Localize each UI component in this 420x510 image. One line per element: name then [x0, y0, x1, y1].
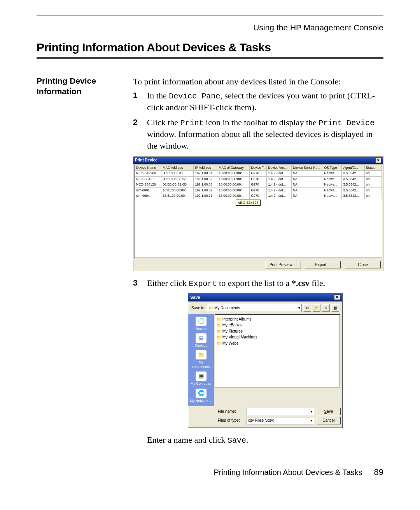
cell: G270: [250, 193, 267, 199]
cell: NEO-S64126: [135, 182, 161, 188]
text: to export the list to a: [217, 278, 292, 288]
list-item[interactable]: Interprint Albums: [217, 316, 338, 322]
cell: 3.5.3542...: [342, 182, 365, 188]
col-os[interactable]: OS Type: [323, 165, 342, 170]
col-device-ver[interactable]: Device Ver...: [267, 165, 292, 170]
up-icon[interactable]: 📂: [313, 304, 320, 312]
place-icon: 🌐: [196, 389, 206, 398]
save-in-select[interactable]: 📁 My Documents ▾: [207, 304, 302, 312]
views-icon[interactable]: ▦: [331, 304, 339, 312]
cell: NA: [291, 188, 323, 193]
cell: on: [364, 188, 382, 193]
place-icon: 💻: [196, 372, 206, 381]
file-type-select[interactable]: csv Files(*.csv)▾: [247, 417, 314, 424]
cell: 18:00:00:00:00:...: [217, 176, 250, 182]
text: icon in the toolbar to display the: [204, 117, 319, 127]
cell: NA: [291, 193, 323, 199]
export-button[interactable]: Export ...: [305, 261, 341, 269]
table-row[interactable]: sim-000118:81:00:00:00:...192.1.00.0918:…: [135, 188, 382, 193]
cell: G270: [250, 176, 267, 182]
list-item[interactable]: My Pictures: [217, 328, 338, 335]
cell: 18:00:00:00:00:...: [217, 188, 250, 193]
cell: NA: [291, 176, 323, 182]
places-item[interactable]: 💻My Computer: [190, 371, 212, 387]
cell: 18:00:00:00:00:...: [217, 193, 250, 199]
cell: 1.4.2 - dot...: [267, 171, 292, 176]
cell: 18:00:00:00:00:...: [217, 171, 250, 176]
places-item[interactable]: 🕘Recent: [190, 316, 212, 333]
cell: 00:E0:C5:S9:0D:...: [161, 182, 194, 188]
places-item[interactable]: 🌐My Network ...: [190, 388, 212, 405]
step-3: 3 Either click Export to export the list…: [133, 277, 383, 289]
cell: 1.4.2 - dot...: [267, 182, 292, 188]
cell: 192.1.00.02: [194, 176, 217, 182]
breadcrumb: Using the HP Management Console: [37, 23, 383, 32]
close-icon[interactable]: ✕: [375, 158, 382, 163]
cell: Neowa...: [323, 193, 342, 199]
col-status[interactable]: Status: [364, 165, 382, 170]
closing-text: Enter a name and click: [147, 435, 228, 445]
cell: Neowa...: [323, 182, 342, 188]
cell: G270: [250, 171, 267, 176]
close-icon[interactable]: ✕: [334, 294, 340, 300]
table-row[interactable]: NEO-S4F26800:E0:C5:S4:E8:...192.1.00.011…: [135, 171, 382, 176]
file-name-label: File name:: [218, 409, 244, 414]
col-ip[interactable]: IP Address: [194, 165, 217, 170]
cell: Neowa...: [323, 171, 342, 176]
close-button[interactable]: Close: [345, 261, 381, 269]
cancel-button[interactable]: Cancel: [317, 417, 341, 424]
chevron-down-icon: ▾: [311, 418, 313, 423]
cell: 3.5.3542...: [342, 176, 365, 182]
cell: 192.1.00.09: [194, 188, 217, 193]
text: Either click: [147, 278, 189, 288]
csv-bold: *.csv: [292, 278, 310, 288]
table-row[interactable]: NEO-S9411100:E0:C5:S9:9A:...192.1.00.021…: [135, 176, 382, 182]
save-in-label: Save in:: [191, 305, 205, 311]
col-serial[interactable]: Device Serial Nu...: [291, 165, 323, 170]
table-row[interactable]: sim-000418:81:00:00:00:...192.1.00.1118:…: [135, 193, 382, 199]
save-code: Save: [228, 436, 246, 445]
cell: NEO-S94111: [135, 176, 161, 182]
col-gateway[interactable]: MAC of Gateway: [217, 165, 250, 170]
tooltip: NEO-S64126: [236, 200, 261, 206]
step-num: 2: [133, 117, 138, 128]
new-folder-icon[interactable]: ✳: [322, 304, 330, 312]
places-item[interactable]: 🖥Desktop: [190, 333, 212, 349]
cell: G270: [250, 188, 267, 193]
cell: NA: [291, 171, 323, 176]
list-item[interactable]: My eBooks: [217, 322, 338, 328]
text: file.: [310, 278, 325, 288]
save-in-value: My Documents: [214, 306, 240, 310]
save-dialog: Save ✕ Save in: 📁 My Documents ▾ ⇦ 📂 ✳ ▦: [188, 293, 343, 428]
cell: 1.4.2 - dot...: [267, 176, 292, 182]
intro-text: To print information about any devices l…: [133, 76, 383, 88]
file-name-input[interactable]: ▾: [247, 408, 314, 415]
cell: on: [364, 176, 382, 182]
text: Click the: [147, 117, 180, 127]
col-device-name[interactable]: Device Name: [135, 165, 161, 170]
footer-text: Printing Information About Devices & Tas…: [214, 468, 362, 477]
cell: 1.4.2 - dot...: [267, 188, 292, 193]
col-agent[interactable]: Agent/G...: [342, 165, 365, 170]
cell: sim-0001: [135, 188, 161, 193]
col-device-type[interactable]: Device T...: [250, 165, 267, 170]
device-table: Device Name MAC Address IP Address MAC o…: [135, 165, 382, 199]
back-icon[interactable]: ⇦: [303, 304, 311, 312]
places-item[interactable]: 📁My Documents: [190, 349, 212, 371]
print-preview-button[interactable]: Print Preview ...: [265, 261, 301, 269]
file-list[interactable]: Interprint AlbumsMy eBooksMy PicturesMy …: [215, 314, 340, 387]
step-num: 1: [133, 90, 138, 101]
page-number: 89: [374, 467, 383, 477]
step-num: 3: [133, 277, 138, 288]
step-2: 2 Click the Print icon in the toolbar to…: [133, 117, 383, 151]
save-title: Save: [190, 294, 200, 300]
table-row[interactable]: NEO-S6412600:E0:C5:S9:0D:...192.1.00.081…: [135, 182, 382, 188]
col-mac[interactable]: MAC Address: [161, 165, 194, 170]
list-item[interactable]: My Virtual Machines: [217, 334, 338, 340]
list-item[interactable]: My Webs: [217, 340, 338, 347]
cell: 1.4.2 - dot...: [267, 193, 292, 199]
print-code: Print: [180, 119, 204, 128]
cell: 192.1.00.11: [194, 193, 217, 199]
save-button[interactable]: SSaveave: [317, 408, 341, 415]
step-1: 1 In the Device Pane, select the devices…: [133, 90, 383, 113]
